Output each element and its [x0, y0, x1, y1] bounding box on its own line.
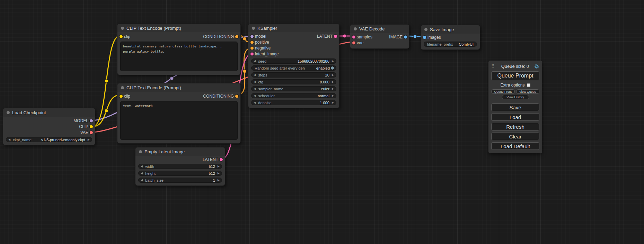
- widget-random-seed-toggle[interactable]: Random seed after every gen enabled: [251, 65, 336, 71]
- node-header[interactable]: CLIP Text Encode (Prompt): [117, 83, 240, 92]
- load-default-button[interactable]: Load Default: [491, 142, 539, 150]
- input-slot-latent-image[interactable]: [250, 52, 254, 55]
- input-slot-samples[interactable]: [352, 35, 355, 38]
- slot-label-latent-image: latent_image: [255, 52, 279, 56]
- widget-width[interactable]: ◀ width 512 ▶: [138, 164, 222, 169]
- collapse-dot-icon[interactable]: [121, 27, 124, 30]
- output-slot-conditioning[interactable]: [235, 35, 238, 38]
- output-slot-image[interactable]: [404, 35, 407, 38]
- node-ksampler[interactable]: KSampler model LATENT positive negative …: [248, 24, 339, 108]
- widget-filename-prefix[interactable]: filename_prefix ComfyUI: [424, 42, 477, 47]
- slot-label-vae: VAE: [80, 130, 88, 135]
- output-slot-vae[interactable]: [90, 131, 93, 134]
- widget-batch-size[interactable]: ◀ batch_size 1 ▶: [138, 178, 222, 183]
- collapse-dot-icon[interactable]: [354, 27, 357, 30]
- node-header[interactable]: Save Image: [421, 25, 480, 34]
- increment-arrow-icon[interactable]: ▶: [218, 165, 220, 168]
- increment-arrow-icon[interactable]: ▶: [332, 88, 334, 90]
- clear-button[interactable]: Clear: [491, 133, 539, 140]
- decrement-arrow-icon[interactable]: ◀: [254, 60, 256, 63]
- load-button[interactable]: Load: [491, 113, 539, 121]
- widget-sampler-name[interactable]: ◀ sampler_name euler ▶: [251, 86, 336, 91]
- slot-label-conditioning: CONDITIONING: [203, 94, 234, 99]
- toggle-indicator-icon[interactable]: [331, 66, 334, 70]
- increment-arrow-icon[interactable]: ▶: [218, 172, 220, 175]
- node-header[interactable]: CLIP Text Encode (Prompt): [117, 24, 240, 32]
- link-dot-icon: [343, 34, 346, 38]
- collapse-dot-icon[interactable]: [252, 27, 255, 30]
- widget-denoise[interactable]: ◀ denoise 1.000 ▶: [251, 100, 336, 105]
- decrement-arrow-icon[interactable]: ◀: [254, 101, 256, 104]
- view-queue-button[interactable]: View Queue: [516, 89, 540, 94]
- input-slot-clip[interactable]: [120, 35, 123, 38]
- increment-arrow-icon[interactable]: ▶: [218, 179, 220, 182]
- decrement-arrow-icon[interactable]: ◀: [254, 81, 256, 83]
- output-slot-latent[interactable]: [334, 35, 337, 38]
- decrement-arrow-icon[interactable]: ◀: [254, 88, 256, 90]
- collapse-dot-icon[interactable]: [139, 150, 142, 153]
- prompt-textarea[interactable]: text, watermark: [120, 101, 238, 140]
- input-slot-negative[interactable]: [250, 46, 254, 49]
- graph-canvas[interactable]: Load Checkpoint MODEL CLIP VAE ◀ ckpt_na…: [0, 0, 644, 244]
- output-slot-latent[interactable]: [220, 158, 223, 161]
- node-header[interactable]: Load Checkpoint: [3, 108, 95, 117]
- collapse-dot-icon[interactable]: [121, 86, 124, 89]
- decrement-arrow-icon[interactable]: ◀: [141, 165, 143, 168]
- output-slot-clip[interactable]: [90, 125, 93, 128]
- widget-cfg[interactable]: ◀ cfg 8.000 ▶: [251, 79, 336, 84]
- widget-value: enabled: [316, 66, 330, 70]
- increment-arrow-icon[interactable]: ▶: [332, 60, 334, 63]
- slot-row: positive: [248, 39, 339, 45]
- output-slot-conditioning[interactable]: [235, 95, 238, 98]
- increment-arrow-icon[interactable]: ▶: [332, 74, 334, 76]
- node-load-checkpoint[interactable]: Load Checkpoint MODEL CLIP VAE ◀ ckpt_na…: [3, 108, 95, 145]
- widget-steps[interactable]: ◀ steps 20 ▶: [251, 72, 336, 78]
- collapse-dot-icon[interactable]: [424, 28, 427, 31]
- node-header[interactable]: VAE Decode: [350, 25, 409, 33]
- input-slot-clip[interactable]: [120, 95, 123, 98]
- drag-handle-icon[interactable]: ⠿: [491, 64, 495, 69]
- decrement-arrow-icon[interactable]: ◀: [141, 179, 143, 182]
- node-header[interactable]: KSampler: [248, 24, 339, 32]
- widget-value: 512: [209, 164, 215, 169]
- decrement-arrow-icon[interactable]: ◀: [254, 94, 256, 97]
- widget-value: 1.000: [320, 101, 329, 105]
- widget-seed[interactable]: ◀ seed 156680208700286 ▶: [251, 58, 336, 64]
- node-empty-latent-image[interactable]: Empty Latent Image LATENT ◀ width 512 ▶ …: [135, 147, 225, 186]
- widget-height[interactable]: ◀ height 512 ▶: [138, 171, 222, 176]
- node-clip-text-encode-negative[interactable]: CLIP Text Encode (Prompt) clip CONDITION…: [117, 83, 241, 144]
- widget-ckpt-name[interactable]: ◀ ckpt_name v1-5-pruned-emaonly.ckpt ▶: [6, 137, 92, 142]
- decrement-arrow-icon[interactable]: ◀: [141, 172, 143, 175]
- output-slot-model[interactable]: [90, 119, 93, 122]
- view-history-button[interactable]: View History: [502, 95, 529, 99]
- collapse-dot-icon[interactable]: [7, 111, 10, 114]
- widget-scheduler[interactable]: ◀ scheduler normal ▶: [251, 93, 336, 98]
- decrement-arrow-icon[interactable]: ◀: [254, 74, 256, 76]
- widget-value: 156680208700286: [298, 59, 329, 63]
- save-button[interactable]: Save: [491, 103, 539, 111]
- node-clip-text-encode-positive[interactable]: CLIP Text Encode (Prompt) clip CONDITION…: [117, 24, 241, 75]
- input-slot-vae[interactable]: [352, 41, 355, 44]
- increment-arrow-icon[interactable]: ▶: [88, 138, 90, 141]
- slot-row: latent_image: [248, 51, 339, 57]
- slot-label-vae: vae: [357, 40, 363, 45]
- decrement-arrow-icon[interactable]: ◀: [8, 138, 10, 141]
- extra-options-checkbox[interactable]: [527, 83, 530, 87]
- queue-front-button[interactable]: Queue Front: [491, 89, 515, 94]
- increment-arrow-icon[interactable]: ▶: [332, 101, 334, 104]
- settings-gear-icon[interactable]: [534, 64, 539, 69]
- node-vae-decode[interactable]: VAE Decode samples IMAGE vae: [350, 24, 409, 49]
- queue-prompt-button[interactable]: Queue Prompt: [491, 71, 539, 80]
- increment-arrow-icon[interactable]: ▶: [332, 94, 334, 97]
- increment-arrow-icon[interactable]: ▶: [332, 81, 334, 83]
- widget-label: seed: [258, 59, 266, 63]
- prompt-textarea[interactable]: beautiful scenery nature glass bottle la…: [120, 42, 238, 71]
- refresh-button[interactable]: Refresh: [491, 123, 539, 130]
- input-slot-model[interactable]: [250, 35, 254, 38]
- slot-row: LATENT: [135, 157, 225, 162]
- input-slot-positive[interactable]: [250, 40, 254, 44]
- node-header[interactable]: Empty Latent Image: [135, 147, 225, 156]
- node-save-image[interactable]: Save Image images filename_prefix ComfyU…: [421, 25, 480, 50]
- input-slot-images[interactable]: [423, 36, 426, 39]
- slot-label-model: MODEL: [73, 118, 88, 123]
